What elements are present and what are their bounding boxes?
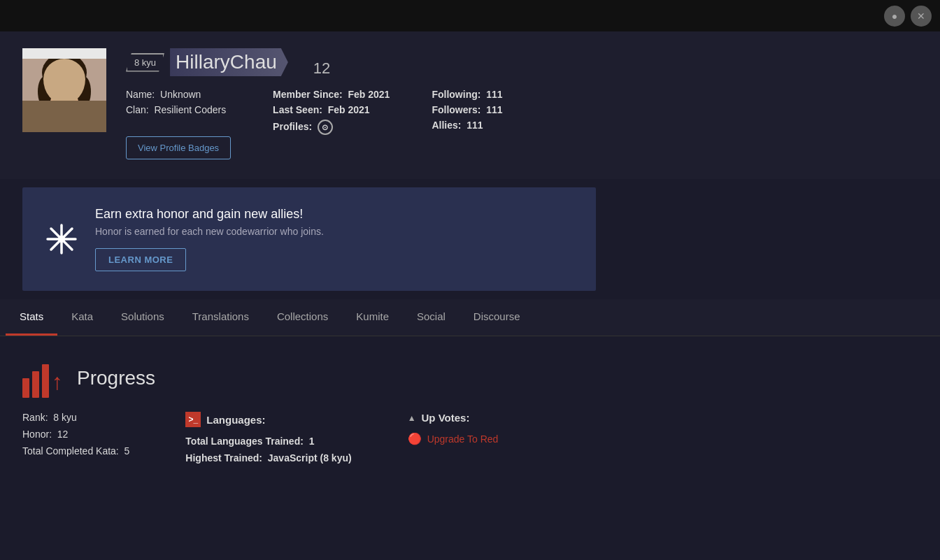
name-label: Name: — [126, 89, 155, 100]
name-field: Name: Unknown — [126, 89, 231, 100]
name-value: Unknown — [160, 89, 201, 100]
rank-value: 8 kyu — [53, 412, 76, 423]
highest-trained-label: Highest Trained: — [185, 452, 262, 464]
member-since-label: Member Since: — [273, 89, 343, 100]
progress-icon: ↑ — [22, 359, 63, 398]
tab-kumite[interactable]: Kumite — [342, 299, 403, 336]
highest-trained-value: JavaScript (8 kyu) — [268, 452, 352, 464]
upgrade-link[interactable]: 🔴 Upgrade To Red — [408, 432, 499, 445]
svg-point-1 — [42, 53, 87, 92]
chevron-up-icon: ▲ — [408, 413, 416, 423]
banner-section: Earn extra honor and gain new allies! Ho… — [22, 187, 596, 291]
banner-title: Earn extra honor and gain new allies! — [95, 207, 324, 222]
followers-value: 111 — [486, 104, 502, 115]
honor-stat-label: Honor: — [22, 429, 52, 440]
highest-trained-field: Highest Trained: JavaScript (8 kyu) — [185, 452, 351, 464]
followers-label: Followers: — [432, 104, 480, 115]
followers-field: Followers: 111 — [432, 104, 502, 115]
stats-middle: >_ Languages: Total Languages Trained: 1… — [185, 412, 351, 469]
upgrade-text: Upgrade To Red — [427, 433, 499, 445]
allies-label: Allies: — [432, 120, 461, 131]
tab-collections[interactable]: Collections — [263, 299, 342, 336]
tab-solutions[interactable]: Solutions — [107, 299, 178, 336]
clan-value: Resilient Coders — [154, 104, 226, 115]
profile-info: 8 kyu HillaryChau 12 Name: Unknown Clan:… — [126, 48, 918, 159]
profile-name-honor: 8 kyu HillaryChau 12 — [126, 48, 330, 89]
total-kata-label: Total Completed Kata: — [22, 445, 119, 457]
bar3 — [42, 364, 49, 398]
following-value: 111 — [486, 89, 502, 100]
upvotes-title: Up Votes: — [422, 412, 470, 424]
kyu-badge: 8 kyu — [126, 53, 164, 72]
tab-social[interactable]: Social — [403, 299, 460, 336]
profile-top-row: 8 kyu HillaryChau 12 — [126, 48, 918, 89]
clan-label: Clan: — [126, 104, 149, 115]
honor-display: 12 — [313, 59, 330, 78]
profile-meta: Name: Unknown Clan: Resilient Coders Vie… — [126, 89, 918, 159]
languages-title: Languages: — [206, 414, 265, 426]
svg-point-6 — [77, 76, 91, 107]
avatar — [22, 48, 106, 132]
last-seen-field: Last Seen: Feb 2021 — [273, 104, 390, 115]
tab-discourse[interactable]: Discourse — [460, 299, 534, 336]
svg-point-5 — [38, 76, 52, 107]
banner-text: Earn extra honor and gain new allies! Ho… — [95, 207, 324, 271]
honor-stat-value: 12 — [57, 429, 69, 440]
tab-stats[interactable]: Stats — [6, 299, 57, 336]
svg-point-8 — [69, 85, 74, 89]
user-icon[interactable]: ● — [884, 6, 905, 27]
top-bar: ● ✕ — [0, 0, 940, 31]
banner-subtitle: Honor is earned for each new codewarrior… — [95, 226, 324, 237]
allies-field: Allies: 111 — [432, 120, 502, 131]
meta-left: Name: Unknown Clan: Resilient Coders Vie… — [126, 89, 231, 159]
svg-rect-3 — [57, 106, 71, 118]
meta-center: Member Since: Feb 2021 Last Seen: Feb 20… — [273, 89, 390, 139]
total-lang-field: Total Languages Trained: 1 — [185, 436, 351, 447]
last-seen-value: Feb 2021 — [328, 104, 370, 115]
arrow-up-icon: ↑ — [52, 369, 63, 395]
rank-label: Rank: — [22, 412, 48, 423]
svg-point-4 — [39, 111, 90, 132]
bar2 — [32, 371, 39, 398]
svg-point-2 — [48, 69, 81, 108]
progress-title: Progress — [77, 367, 155, 389]
avatar-image — [22, 48, 106, 132]
username: HillaryChau — [170, 48, 288, 76]
profile-name-row: 8 kyu HillaryChau — [126, 48, 288, 76]
svg-point-14 — [58, 236, 65, 243]
profiles-field: Profiles: ⊙ — [273, 120, 390, 135]
total-kata-field: Total Completed Kata: 5 — [22, 445, 129, 457]
bar1 — [22, 378, 29, 398]
view-badges-button[interactable]: View Profile Badges — [126, 136, 231, 159]
following-label: Following: — [432, 89, 480, 100]
upgrade-icon: 🔴 — [408, 432, 422, 445]
stats-content: ↑ Progress Rank: 8 kyu Honor: 12 Total C… — [0, 336, 940, 491]
honor-field: Honor: 12 — [22, 429, 129, 440]
tabs-bar: Stats Kata Solutions Translations Collec… — [0, 299, 940, 336]
stats-right: ▲ Up Votes: 🔴 Upgrade To Red — [408, 412, 499, 445]
total-kata-value: 5 — [124, 445, 130, 457]
asterisk-icon — [45, 222, 78, 256]
last-seen-label: Last Seen: — [273, 104, 322, 115]
svg-rect-9 — [22, 48, 106, 59]
upvotes-header: ▲ Up Votes: — [408, 412, 499, 424]
following-field: Following: 111 — [432, 89, 502, 100]
allies-value: 111 — [467, 120, 483, 131]
svg-rect-0 — [22, 48, 106, 132]
member-since-value: Feb 2021 — [348, 89, 390, 100]
learn-more-button[interactable]: LEARN MORE — [95, 248, 186, 271]
member-since-field: Member Since: Feb 2021 — [273, 89, 390, 100]
close-icon[interactable]: ✕ — [911, 6, 932, 27]
total-lang-value: 1 — [309, 436, 315, 447]
profile-section: 8 kyu HillaryChau 12 Name: Unknown Clan:… — [0, 31, 940, 179]
stats-grid: Rank: 8 kyu Honor: 12 Total Completed Ka… — [22, 412, 918, 469]
clan-field: Clan: Resilient Coders — [126, 104, 231, 115]
svg-point-7 — [55, 85, 60, 89]
tab-kata[interactable]: Kata — [57, 299, 107, 336]
terminal-icon: >_ — [185, 412, 201, 427]
progress-header: ↑ Progress — [22, 359, 918, 398]
stats-left: Rank: 8 kyu Honor: 12 Total Completed Ka… — [22, 412, 129, 462]
github-icon[interactable]: ⊙ — [318, 120, 333, 135]
tab-translations[interactable]: Translations — [178, 299, 263, 336]
profiles-label: Profiles: — [273, 121, 312, 132]
